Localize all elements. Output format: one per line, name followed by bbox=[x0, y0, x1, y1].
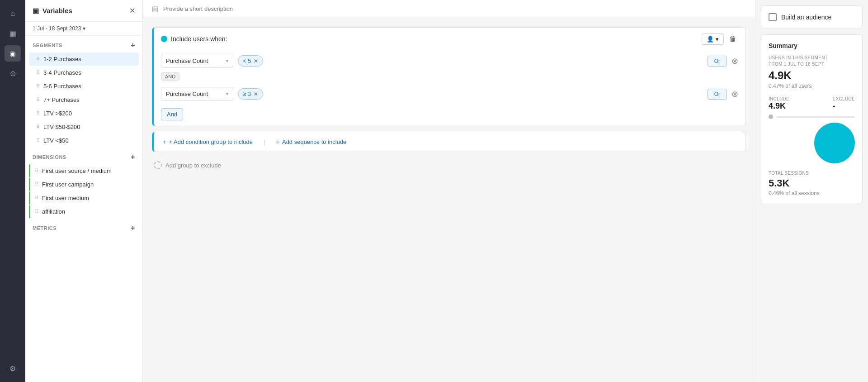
remove-condition-value-1[interactable]: ✕ bbox=[254, 58, 258, 64]
sidebar-item-ltv-under-50[interactable]: ⠿ LTV <$50 bbox=[29, 134, 139, 147]
slider-row bbox=[769, 115, 855, 119]
remove-condition-2[interactable]: ⊗ bbox=[731, 89, 738, 99]
delete-condition-group-button[interactable]: 🗑 bbox=[727, 33, 738, 45]
or-button-2[interactable]: Or bbox=[708, 89, 727, 100]
right-panel: Build an audience Summary USERS IN THIS … bbox=[755, 0, 868, 382]
exclude-circle-icon bbox=[154, 161, 162, 169]
sidebar-item-ltv-50-200[interactable]: ⠿ LTV $50-$200 bbox=[29, 120, 139, 134]
chart-icon[interactable]: ▦ bbox=[5, 25, 21, 42]
include-col-label: INCLUDE bbox=[769, 96, 789, 101]
home-icon[interactable]: ⌂ bbox=[5, 5, 21, 22]
and-label: AND bbox=[154, 72, 745, 83]
total-sessions-value: 5.3K bbox=[769, 177, 855, 189]
condition-field-select-1[interactable]: Purchase Count ▾ bbox=[161, 54, 233, 68]
condition-value-pill-2: ≥ 3 ✕ bbox=[238, 88, 263, 100]
add-group-row: + + Add condition group to include | ≡ A… bbox=[152, 132, 746, 152]
total-sessions-label: TOTAL SESSIONS bbox=[769, 171, 855, 176]
chevron-down-icon: ▾ bbox=[226, 91, 228, 96]
add-exclude-row[interactable]: Add group to exclude bbox=[152, 158, 746, 173]
icon-bar: ⌂ ▦ ◉ ⊙ ⚙ bbox=[0, 0, 25, 382]
condition-group-header: Include users when: 👤 ▾ 🗑 bbox=[154, 28, 745, 50]
drag-icon: ⠿ bbox=[36, 56, 40, 62]
condition-row-1: Purchase Count ▾ < 5 ✕ Or ⊗ bbox=[154, 50, 745, 72]
sidebar-content: SEGMENTS + ⠿ 1-2 Purchases ⠿ 3-4 Purchas… bbox=[25, 36, 142, 382]
sidebar-item-first-user-source-medium[interactable]: ⠿ First user source / medium bbox=[29, 164, 139, 177]
users-percent: 0.47% of all users bbox=[769, 83, 855, 89]
drag-icon: ⠿ bbox=[36, 138, 40, 143]
dimensions-section-header: DIMENSIONS + bbox=[25, 148, 142, 164]
add-dimension-button[interactable]: + bbox=[131, 153, 135, 161]
users-count: 4.9K bbox=[769, 69, 855, 82]
add-segment-button[interactable]: + bbox=[131, 41, 135, 49]
slider-line bbox=[777, 116, 855, 118]
chevron-down-icon: ▾ bbox=[226, 58, 228, 63]
include-column: INCLUDE 4.9K bbox=[769, 96, 789, 111]
users-subtitle: USERS IN THIS SEGMENTFROM 1 JUL TO 18 SE… bbox=[769, 55, 855, 67]
metrics-section-header: METRICS + bbox=[25, 219, 142, 235]
drag-icon: ⠿ bbox=[35, 181, 38, 187]
sequence-icon: ≡ bbox=[276, 138, 279, 145]
sidebar-title: ▣ Variables bbox=[33, 7, 72, 15]
sidebar-close-button[interactable]: ✕ bbox=[129, 6, 135, 15]
sidebar-item-first-user-campaign[interactable]: ⠿ First user campaign bbox=[29, 178, 139, 191]
sidebar-item-5-6-purchases[interactable]: ⠿ 5-6 Purchases bbox=[29, 80, 139, 93]
add-sequence-link[interactable]: ≡ Add sequence to include bbox=[276, 138, 346, 145]
condition-group: Include users when: 👤 ▾ 🗑 Purchase Count… bbox=[152, 27, 746, 126]
or-button-1[interactable]: Or bbox=[708, 56, 727, 67]
include-col-value: 4.9K bbox=[769, 101, 789, 111]
user-filter-button[interactable]: 👤 ▾ bbox=[702, 33, 724, 45]
drag-icon: ⠿ bbox=[36, 124, 40, 130]
person-icon: 👤 bbox=[707, 36, 714, 43]
segments-section-header: SEGMENTS + bbox=[25, 36, 142, 52]
build-audience-checkbox[interactable] bbox=[769, 13, 777, 21]
pie-chart bbox=[814, 123, 855, 163]
drag-icon: ⠿ bbox=[35, 209, 38, 215]
drag-icon: ⠿ bbox=[36, 83, 40, 89]
include-dot bbox=[161, 36, 167, 42]
sidebar-date-range[interactable]: 1 Jul - 18 Sept 2023 ▾ bbox=[25, 22, 142, 36]
pie-chart-area bbox=[769, 123, 855, 163]
variables-icon: ▣ bbox=[33, 7, 39, 15]
and-button[interactable]: And bbox=[161, 108, 183, 120]
drag-icon: ⠿ bbox=[36, 70, 40, 76]
add-condition-group-link[interactable]: + + Add condition group to include bbox=[163, 138, 253, 145]
sidebar-item-3-4-purchases[interactable]: ⠿ 3-4 Purchases bbox=[29, 66, 139, 79]
exclude-column: EXCLUDE - bbox=[833, 96, 855, 111]
description-input[interactable] bbox=[163, 5, 746, 12]
summary-box: Summary USERS IN THIS SEGMENTFROM 1 JUL … bbox=[761, 34, 863, 204]
settings-icon[interactable]: ⚙ bbox=[5, 360, 21, 377]
description-bar: ▤ bbox=[143, 0, 755, 18]
sidebar-item-affiliation[interactable]: ⠿ affiliation bbox=[29, 205, 139, 218]
divider: | bbox=[264, 138, 265, 145]
condition-value-pill-1: < 5 ✕ bbox=[238, 55, 263, 67]
remove-condition-value-2[interactable]: ✕ bbox=[254, 91, 258, 97]
include-exclude-row: INCLUDE 4.9K EXCLUDE - bbox=[769, 96, 855, 111]
chevron-down-icon: ▾ bbox=[716, 36, 719, 43]
drag-icon: ⠿ bbox=[35, 168, 38, 174]
plus-icon: + bbox=[163, 138, 166, 145]
exclude-col-value: - bbox=[833, 101, 855, 111]
chevron-down-icon: ▾ bbox=[83, 25, 85, 32]
document-icon: ▤ bbox=[152, 5, 159, 13]
condition-field-select-2[interactable]: Purchase Count ▾ bbox=[161, 87, 233, 101]
drag-icon: ⠿ bbox=[36, 110, 40, 116]
include-label: Include users when: bbox=[161, 35, 227, 43]
users-icon[interactable]: ◉ bbox=[5, 45, 21, 62]
summary-title: Summary bbox=[769, 42, 855, 49]
sidebar-item-first-user-medium[interactable]: ⠿ First user medium bbox=[29, 191, 139, 205]
sidebar-item-ltv-200-plus[interactable]: ⠿ LTV >$200 bbox=[29, 107, 139, 120]
add-metric-button[interactable]: + bbox=[131, 224, 135, 232]
sidebar-header: ▣ Variables ✕ bbox=[25, 0, 142, 22]
sidebar-item-7-plus-purchases[interactable]: ⠿ 7+ Purchases bbox=[29, 93, 139, 106]
remove-condition-1[interactable]: ⊗ bbox=[731, 56, 738, 66]
sidebar-item-1-2-purchases[interactable]: ⠿ 1-2 Purchases bbox=[29, 53, 139, 66]
condition-row-2: Purchase Count ▾ ≥ 3 ✕ Or ⊗ bbox=[154, 83, 745, 105]
total-sessions-percent: 0.46% of all sessions bbox=[769, 190, 855, 196]
search-icon[interactable]: ⊙ bbox=[5, 65, 21, 81]
slider-dot bbox=[769, 115, 773, 119]
sidebar: ▣ Variables ✕ 1 Jul - 18 Sept 2023 ▾ SEG… bbox=[25, 0, 143, 382]
build-audience-box[interactable]: Build an audience bbox=[761, 5, 863, 29]
exclude-col-label: EXCLUDE bbox=[833, 96, 855, 101]
main-body: Include users when: 👤 ▾ 🗑 Purchase Count… bbox=[143, 18, 755, 382]
drag-icon: ⠿ bbox=[35, 195, 38, 201]
